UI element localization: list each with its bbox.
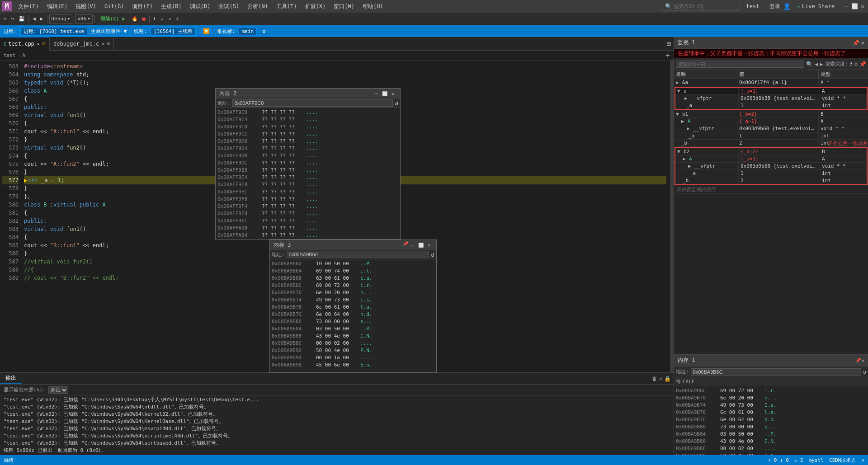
- memory3-minimize-button[interactable]: ─: [409, 241, 416, 249]
- mem2-row: 0x00AFF9E8?? ?? ?? ??....: [217, 181, 398, 188]
- memory3-close-button[interactable]: ✕: [425, 241, 433, 249]
- filter-icon: 🔽: [203, 28, 210, 34]
- watch-search-input[interactable]: [676, 61, 804, 68]
- memory3-address-input[interactable]: [287, 251, 429, 258]
- menu-project[interactable]: 项目(P): [128, 2, 156, 11]
- nav-prev-icon[interactable]: ◀: [815, 61, 818, 67]
- restore-button[interactable]: ⬜: [851, 3, 858, 10]
- encoding-crlf: CRLF: [683, 379, 695, 385]
- lock-icon[interactable]: 🔒: [664, 376, 671, 382]
- editor-scrollbar[interactable]: [670, 61, 674, 372]
- debug-config-dropdown[interactable]: Debug ▾: [49, 14, 73, 23]
- tab-close-button[interactable]: ✕: [36, 41, 41, 47]
- menu-git[interactable]: Git(G): [101, 2, 127, 10]
- nav-next-icon[interactable]: ▶: [820, 61, 823, 67]
- output-line: "test.exe" (Win32): 已加载 "C:\Windows\SysW…: [4, 418, 670, 425]
- split-editor-button[interactable]: ⊞: [664, 39, 674, 48]
- tab-test-cpp[interactable]: C test.cpp ✕ ⊙: [0, 37, 50, 51]
- watch-row-b1-vfptr[interactable]: ▶ __vfptr 0x003d9b60 {test.exelvoid(* B:…: [674, 125, 868, 132]
- step-over-button[interactable]: ⬇: [151, 15, 158, 23]
- menu-build[interactable]: 生成(B): [157, 2, 185, 11]
- watch-row-add[interactable]: 添加要监视的项目: [674, 186, 868, 194]
- refresh-icon[interactable]: ↺: [863, 369, 866, 375]
- toolbar-separator-2: [47, 15, 47, 23]
- tab-debugger-jmc[interactable]: debugger_jmc.c ✕ ⚙: [50, 37, 114, 51]
- forward-button[interactable]: ▶: [38, 15, 45, 23]
- minimize-button[interactable]: ─: [843, 3, 850, 10]
- pin2-icon[interactable]: 📌: [859, 61, 866, 67]
- process-dropdown[interactable]: 进程: [7068] test.exe: [20, 27, 88, 36]
- menu-debug[interactable]: 调试(D): [186, 2, 214, 11]
- memory2-close-button[interactable]: ✕: [389, 90, 396, 97]
- wrap-icon[interactable]: ⏎: [659, 376, 662, 382]
- right-panel: 监视 1 📌 ✕ 在虚继承中，父子类都不是一张虚表；不同情况更不会公用一张虚表了…: [674, 37, 868, 465]
- addr-label: 地址:: [217, 100, 231, 107]
- watch-row-a-ref[interactable]: ▶ &a 0x006f17f4 {a=1} A *: [674, 79, 868, 86]
- memory2-minimize-button[interactable]: ─: [373, 90, 380, 97]
- watch-row-b1-A[interactable]: ▶ A {_a=1} A: [674, 118, 868, 125]
- continue-button[interactable]: 继续(C) ▶: [97, 14, 129, 23]
- menu-help[interactable]: 帮助(H): [359, 2, 387, 11]
- menu-file[interactable]: 文件(F): [14, 2, 42, 11]
- watch-row-a[interactable]: ▼ a {_a=1} A: [675, 88, 867, 95]
- watch-row-b1[interactable]: ▼ b1 {_b=2} B: [674, 111, 868, 118]
- watch-row-b2-vfptr[interactable]: ▶ __vfptr 0x003d9b60 {test.exelvoid(* B:…: [675, 163, 867, 170]
- login-button[interactable]: 登录: [769, 3, 780, 10]
- watch-row-vfptr[interactable]: ▶ __vfptr 0x003d9b38 {test.exelvoid(* A:…: [675, 95, 867, 102]
- refresh-icon[interactable]: ↺: [431, 251, 434, 258]
- output-line: "test.exe" (Win32): 已加载 "C:\Windows\SysW…: [4, 404, 670, 411]
- search-icon: 🔍: [806, 61, 813, 67]
- watch-row-b2-b-val[interactable]: _b 2 int: [675, 177, 867, 184]
- watch-row-a-underscore[interactable]: _a 1 int: [675, 102, 867, 109]
- output-source-select[interactable]: 调试: [48, 386, 68, 394]
- stop-button[interactable]: ■: [141, 15, 147, 23]
- watch-row-b1-a-val[interactable]: _a 1 int: [674, 132, 868, 140]
- memory3-pin[interactable]: 📌: [403, 241, 408, 249]
- output-line: "test.exe" (Win32): 已加载 "C:\Windows\SysW…: [4, 440, 670, 447]
- menu-test[interactable]: 测试(S): [215, 2, 243, 11]
- watch-row-b2-A[interactable]: ▶ A {_a=1} A: [675, 155, 867, 163]
- menu-window[interactable]: 窗口(W): [330, 2, 358, 11]
- menu-edit[interactable]: 编辑(E): [43, 2, 71, 11]
- menu-analyze[interactable]: 分析(N): [244, 2, 272, 11]
- watch-row-b2[interactable]: ▼ b2 {_b=2} B: [675, 148, 867, 155]
- global-search[interactable]: 🔍: [662, 2, 740, 11]
- memory1-address-input[interactable]: [691, 368, 861, 376]
- hot-reload-button[interactable]: 🔥: [130, 15, 140, 23]
- menu-tools[interactable]: 工具(T): [273, 2, 301, 11]
- live-share-area[interactable]: ↗ Live Share: [797, 3, 835, 9]
- stack-dropdown[interactable]: main: [239, 28, 257, 35]
- refresh-icon[interactable]: ↺: [395, 99, 398, 107]
- depth-value: 3: [849, 61, 853, 67]
- add-watch-icon[interactable]: +: [665, 51, 670, 60]
- step-into-button[interactable]: ↙: [159, 15, 165, 23]
- redo-button[interactable]: ↪: [9, 15, 16, 23]
- mem2-row: 0x00AFF9DC?? ?? ?? ??....: [217, 160, 398, 167]
- search-input[interactable]: [674, 3, 737, 9]
- menu-view[interactable]: 视图(V): [72, 2, 100, 11]
- step-out-button[interactable]: ↗: [166, 15, 173, 23]
- save-button[interactable]: 💾: [17, 15, 27, 23]
- restart-button[interactable]: ↺: [174, 15, 180, 23]
- tab-output[interactable]: 输出: [0, 373, 22, 384]
- watch-row-b2-a-val[interactable]: _a 1 int: [675, 170, 867, 177]
- memory2-address-input[interactable]: [232, 99, 393, 107]
- pin-icon[interactable]: 📌: [853, 40, 859, 46]
- line-numbers: 563564565566567 568569570571572 57357457…: [0, 61, 20, 372]
- pin-icon[interactable]: 📌: [855, 358, 861, 363]
- memory2-restore-button[interactable]: ⬜: [381, 90, 388, 97]
- back-button[interactable]: ◀: [31, 15, 38, 23]
- tab2-close-button[interactable]: ✕: [101, 41, 105, 47]
- close-icon[interactable]: ✕: [861, 40, 864, 46]
- settings-icon[interactable]: ⚙: [854, 61, 858, 67]
- close-icon-status[interactable]: ✕: [861, 457, 864, 463]
- close-icon[interactable]: ✕: [862, 358, 864, 363]
- clear-icon[interactable]: 🗑: [652, 376, 657, 382]
- menu-extensions[interactable]: 扩展(X): [302, 2, 330, 11]
- undo-button[interactable]: ↩: [2, 15, 9, 23]
- mem2-row: 0x00AFF9C8?? ?? ?? ??....: [217, 123, 398, 131]
- thread-dropdown[interactable]: [36584] 主线程: [151, 27, 196, 36]
- memory3-restore-button[interactable]: ⬜: [417, 241, 425, 249]
- close-button[interactable]: ✕: [859, 3, 866, 10]
- arch-dropdown[interactable]: x86 ▾: [75, 14, 93, 23]
